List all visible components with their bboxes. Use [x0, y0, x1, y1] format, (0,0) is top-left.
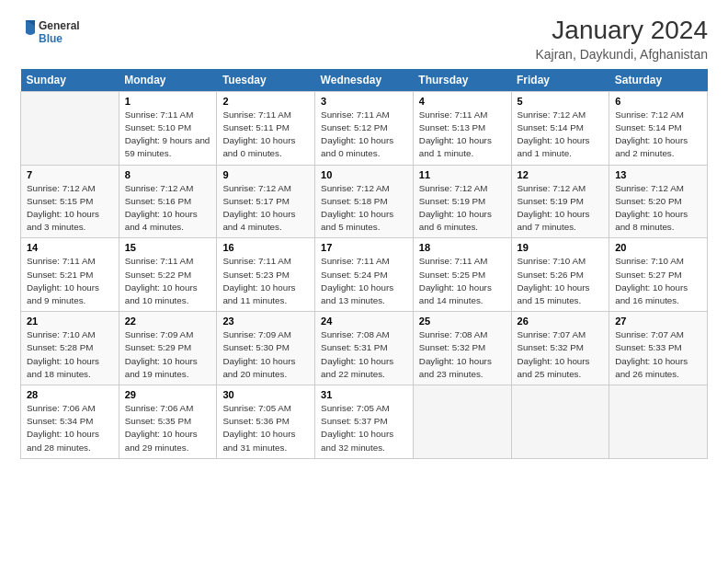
day-info: Sunrise: 7:12 AMSunset: 5:20 PMDaylight:…	[615, 183, 688, 233]
logo: General Blue	[20, 17, 85, 50]
cell-w2-d2: 9 Sunrise: 7:12 AMSunset: 5:17 PMDayligh…	[217, 165, 315, 238]
title-block: January 2024 Kajran, Daykundi, Afghanist…	[535, 17, 708, 62]
cell-w1-d4: 4 Sunrise: 7:11 AMSunset: 5:13 PMDayligh…	[413, 91, 511, 165]
cell-w5-d0: 28 Sunrise: 7:06 AMSunset: 5:34 PMDaylig…	[21, 385, 119, 459]
day-info: Sunrise: 7:08 AMSunset: 5:32 PMDaylight:…	[419, 329, 492, 379]
header-monday: Monday	[119, 69, 217, 92]
header-thursday: Thursday	[413, 69, 511, 92]
header-saturday: Saturday	[609, 69, 708, 92]
cell-w3-d2: 16 Sunrise: 7:11 AMSunset: 5:23 PMDaylig…	[217, 238, 315, 312]
cell-w4-d6: 27 Sunrise: 7:07 AMSunset: 5:33 PMDaylig…	[609, 312, 708, 385]
day-info: Sunrise: 7:11 AMSunset: 5:11 PMDaylight:…	[222, 109, 295, 159]
svg-text:General: General	[39, 19, 80, 32]
day-number: 18	[419, 242, 506, 253]
day-info: Sunrise: 7:10 AMSunset: 5:27 PMDaylight:…	[615, 256, 688, 305]
day-info: Sunrise: 7:12 AMSunset: 5:19 PMDaylight:…	[419, 183, 492, 233]
day-info: Sunrise: 7:11 AMSunset: 5:13 PMDaylight:…	[419, 109, 492, 159]
day-info: Sunrise: 7:06 AMSunset: 5:35 PMDaylight:…	[125, 403, 198, 453]
day-number: 31	[321, 389, 407, 400]
day-info: Sunrise: 7:05 AMSunset: 5:36 PMDaylight:…	[222, 403, 295, 453]
logo-svg: General Blue	[20, 17, 85, 50]
header-wednesday: Wednesday	[315, 69, 414, 92]
cell-w1-d1: 1 Sunrise: 7:11 AMSunset: 5:10 PMDayligh…	[119, 91, 217, 165]
day-info: Sunrise: 7:07 AMSunset: 5:32 PMDaylight:…	[518, 329, 590, 379]
header-sunday: Sunday	[21, 69, 119, 92]
calendar-table: SundayMondayTuesdayWednesdayThursdayFrid…	[20, 69, 708, 459]
cell-w5-d3: 31 Sunrise: 7:05 AMSunset: 5:37 PMDaylig…	[315, 385, 414, 459]
cell-w1-d3: 3 Sunrise: 7:11 AMSunset: 5:12 PMDayligh…	[315, 91, 414, 165]
cell-w5-d5	[511, 385, 609, 459]
cell-w1-d6: 6 Sunrise: 7:12 AMSunset: 5:14 PMDayligh…	[609, 91, 708, 165]
day-number: 5	[518, 96, 604, 107]
day-info: Sunrise: 7:10 AMSunset: 5:28 PMDaylight:…	[27, 329, 99, 379]
cell-w3-d6: 20 Sunrise: 7:10 AMSunset: 5:27 PMDaylig…	[609, 238, 708, 312]
header-friday: Friday	[511, 69, 609, 92]
cell-w1-d5: 5 Sunrise: 7:12 AMSunset: 5:14 PMDayligh…	[511, 91, 609, 165]
cell-w1-d2: 2 Sunrise: 7:11 AMSunset: 5:11 PMDayligh…	[217, 91, 315, 165]
cell-w2-d3: 10 Sunrise: 7:12 AMSunset: 5:18 PMDaylig…	[315, 165, 414, 238]
page: General Blue January 2024 Kajran, Daykun…	[0, 0, 728, 563]
calendar-body: 1 Sunrise: 7:11 AMSunset: 5:10 PMDayligh…	[21, 91, 708, 458]
day-info: Sunrise: 7:12 AMSunset: 5:15 PMDaylight:…	[27, 183, 99, 233]
week-row-3: 14 Sunrise: 7:11 AMSunset: 5:21 PMDaylig…	[21, 238, 708, 312]
cell-w5-d2: 30 Sunrise: 7:05 AMSunset: 5:36 PMDaylig…	[217, 385, 315, 459]
cell-w4-d2: 23 Sunrise: 7:09 AMSunset: 5:30 PMDaylig…	[217, 312, 315, 385]
day-number: 27	[615, 316, 701, 327]
day-info: Sunrise: 7:11 AMSunset: 5:23 PMDaylight:…	[222, 256, 295, 305]
day-info: Sunrise: 7:09 AMSunset: 5:30 PMDaylight:…	[222, 329, 295, 379]
day-number: 6	[615, 96, 701, 107]
day-number: 29	[125, 389, 211, 400]
cell-w4-d3: 24 Sunrise: 7:08 AMSunset: 5:31 PMDaylig…	[315, 312, 414, 385]
day-number: 10	[321, 169, 407, 180]
day-info: Sunrise: 7:12 AMSunset: 5:14 PMDaylight:…	[518, 109, 590, 159]
week-row-4: 21 Sunrise: 7:10 AMSunset: 5:28 PMDaylig…	[21, 312, 708, 385]
day-number: 19	[518, 242, 604, 253]
day-number: 11	[419, 169, 506, 180]
day-info: Sunrise: 7:12 AMSunset: 5:14 PMDaylight:…	[615, 109, 688, 159]
day-info: Sunrise: 7:05 AMSunset: 5:37 PMDaylight:…	[321, 403, 393, 453]
day-number: 16	[222, 242, 309, 253]
day-info: Sunrise: 7:08 AMSunset: 5:31 PMDaylight:…	[321, 329, 393, 379]
week-row-1: 1 Sunrise: 7:11 AMSunset: 5:10 PMDayligh…	[21, 91, 708, 165]
cell-w5-d6	[609, 385, 708, 459]
day-number: 13	[615, 169, 701, 180]
day-number: 22	[125, 316, 211, 327]
cell-w3-d4: 18 Sunrise: 7:11 AMSunset: 5:25 PMDaylig…	[413, 238, 511, 312]
cell-w3-d0: 14 Sunrise: 7:11 AMSunset: 5:21 PMDaylig…	[21, 238, 119, 312]
day-info: Sunrise: 7:11 AMSunset: 5:24 PMDaylight:…	[321, 256, 393, 305]
day-number: 1	[125, 96, 211, 107]
day-number: 3	[321, 96, 407, 107]
day-info: Sunrise: 7:12 AMSunset: 5:19 PMDaylight:…	[518, 183, 590, 233]
cell-w2-d6: 13 Sunrise: 7:12 AMSunset: 5:20 PMDaylig…	[609, 165, 708, 238]
cell-w4-d1: 22 Sunrise: 7:09 AMSunset: 5:29 PMDaylig…	[119, 312, 217, 385]
week-row-5: 28 Sunrise: 7:06 AMSunset: 5:34 PMDaylig…	[21, 385, 708, 459]
day-number: 26	[518, 316, 604, 327]
day-info: Sunrise: 7:11 AMSunset: 5:12 PMDaylight:…	[321, 109, 393, 159]
header-tuesday: Tuesday	[217, 69, 315, 92]
cell-w3-d1: 15 Sunrise: 7:11 AMSunset: 5:22 PMDaylig…	[119, 238, 217, 312]
cell-w4-d5: 26 Sunrise: 7:07 AMSunset: 5:32 PMDaylig…	[511, 312, 609, 385]
day-number: 2	[222, 96, 309, 107]
day-number: 9	[222, 169, 309, 180]
day-info: Sunrise: 7:07 AMSunset: 5:33 PMDaylight:…	[615, 329, 688, 379]
cell-w4-d4: 25 Sunrise: 7:08 AMSunset: 5:32 PMDaylig…	[413, 312, 511, 385]
day-info: Sunrise: 7:12 AMSunset: 5:16 PMDaylight:…	[125, 183, 198, 233]
cell-w2-d1: 8 Sunrise: 7:12 AMSunset: 5:16 PMDayligh…	[119, 165, 217, 238]
day-number: 20	[615, 242, 701, 253]
cell-w2-d5: 12 Sunrise: 7:12 AMSunset: 5:19 PMDaylig…	[511, 165, 609, 238]
day-info: Sunrise: 7:12 AMSunset: 5:18 PMDaylight:…	[321, 183, 393, 233]
svg-text:Blue: Blue	[39, 32, 63, 45]
day-number: 21	[27, 316, 113, 327]
day-info: Sunrise: 7:06 AMSunset: 5:34 PMDaylight:…	[27, 403, 99, 453]
day-number: 8	[125, 169, 211, 180]
main-title: January 2024	[535, 17, 708, 45]
cell-w1-d0	[21, 91, 119, 165]
cell-w5-d4	[413, 385, 511, 459]
day-number: 7	[27, 169, 113, 180]
day-number: 15	[125, 242, 211, 253]
day-number: 12	[518, 169, 604, 180]
cell-w3-d3: 17 Sunrise: 7:11 AMSunset: 5:24 PMDaylig…	[315, 238, 414, 312]
header-row: SundayMondayTuesdayWednesdayThursdayFrid…	[21, 69, 708, 92]
day-number: 30	[222, 389, 309, 400]
day-info: Sunrise: 7:09 AMSunset: 5:29 PMDaylight:…	[125, 329, 198, 379]
